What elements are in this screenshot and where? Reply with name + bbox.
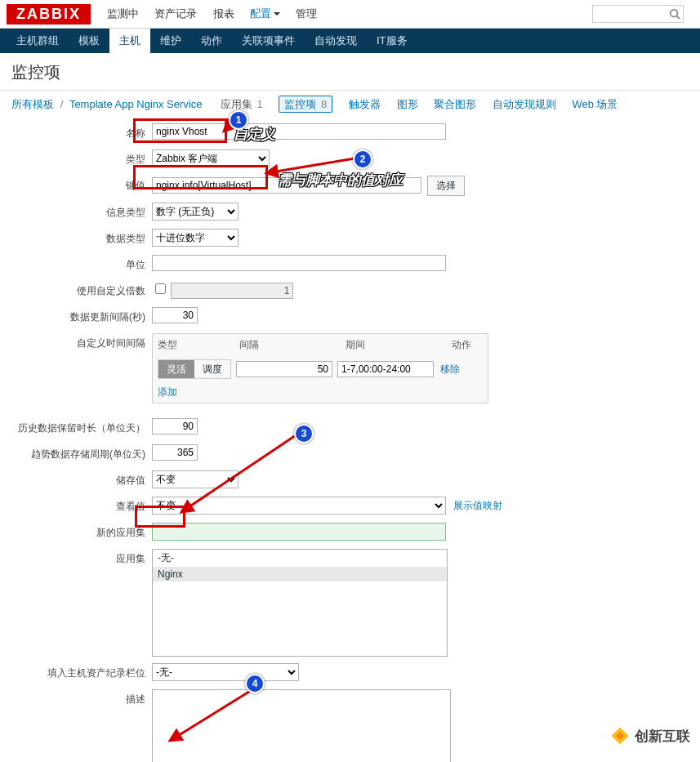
top-nav: 监测中 资产记录 报表 配置 管理 xyxy=(100,7,323,21)
nav-configuration[interactable]: 配置 xyxy=(250,7,280,20)
interval-period-input[interactable] xyxy=(337,361,434,377)
interval-type-toggle[interactable]: 灵活 调度 xyxy=(158,359,231,379)
subnav-templates[interactable]: 模板 xyxy=(69,29,109,53)
unit-input[interactable] xyxy=(152,255,446,271)
label-key: 键值 xyxy=(16,176,152,193)
label-apps: 应用集 xyxy=(16,549,152,566)
tab-items[interactable]: 监控项 8 xyxy=(279,96,332,113)
app-option-nginx[interactable]: Nginx xyxy=(153,567,447,582)
label-use-mult: 使用自定义倍数 xyxy=(16,281,152,298)
label-data-type: 数据类型 xyxy=(16,229,152,246)
interval-add-link[interactable]: 添加 xyxy=(158,386,177,398)
interval-head-period: 期间 xyxy=(346,334,452,356)
top-bar: ZABBIX 监测中 资产记录 报表 配置 管理 xyxy=(0,0,700,29)
label-custom-interval: 自定义时间间隔 xyxy=(16,333,152,350)
data-type-select[interactable]: 十进位数字 xyxy=(152,229,239,247)
tab-triggers[interactable]: 触发器 xyxy=(349,98,381,110)
interval-head-interval: 间隔 xyxy=(239,334,346,356)
sub-nav: 主机群组 模板 主机 维护 动作 关联项事件 自动发现 IT服务 xyxy=(0,29,700,53)
tab-graphs[interactable]: 图形 xyxy=(397,98,418,110)
subnav-discovery[interactable]: 自动发现 xyxy=(305,29,367,53)
interval-head-action: 动作 xyxy=(452,334,484,356)
nav-reports[interactable]: 报表 xyxy=(213,7,234,20)
label-update: 数据更新间隔(秒) xyxy=(16,307,152,324)
tab-web[interactable]: Web 场景 xyxy=(572,98,618,110)
item-form: 名称 类型 Zabbix 客户端 键值 选择 信息类型 数字 (无正负) 数据类… xyxy=(0,123,700,762)
watermark-icon xyxy=(609,724,631,747)
tab-applications[interactable]: 应用集 1 xyxy=(221,98,263,110)
nav-inventory[interactable]: 资产记录 xyxy=(154,7,197,20)
mult-value-input xyxy=(171,283,293,299)
nav-admin[interactable]: 管理 xyxy=(296,7,317,20)
logo: ZABBIX xyxy=(7,4,91,25)
subnav-maintenance[interactable]: 维护 xyxy=(150,29,191,53)
history-input[interactable] xyxy=(152,418,198,434)
breadcrumb: 所有模板 / Template App Nginx Service 应用集 1 … xyxy=(0,90,700,123)
update-interval-input[interactable] xyxy=(152,307,198,323)
info-type-select[interactable]: 数字 (无正负) xyxy=(152,203,239,221)
viewval-select[interactable]: 不变 xyxy=(152,497,446,515)
custom-interval-box: 类型 间隔 期间 动作 灵活 调度 移除 添加 xyxy=(152,333,488,403)
label-history: 历史数据保留时长（单位天） xyxy=(16,418,152,435)
toggle-scheduling[interactable]: 调度 xyxy=(194,360,230,378)
page-title: 监控项 xyxy=(11,61,700,83)
description-textarea[interactable] xyxy=(152,689,451,762)
label-unit: 单位 xyxy=(16,255,152,272)
watermark: 创新互联 xyxy=(609,724,690,747)
type-select[interactable]: Zabbix 客户端 xyxy=(152,149,270,167)
tab-screens[interactable]: 聚合图形 xyxy=(434,98,476,110)
toggle-flexible[interactable]: 灵活 xyxy=(158,360,194,378)
trend-input[interactable] xyxy=(152,444,198,461)
app-option-none[interactable]: -无- xyxy=(153,550,447,567)
store-select[interactable]: 不变 xyxy=(152,470,239,488)
watermark-text: 创新互联 xyxy=(635,727,690,746)
crumb-sep: / xyxy=(60,98,64,110)
applications-listbox[interactable]: -无- Nginx xyxy=(152,549,448,657)
label-store: 储存值 xyxy=(16,470,152,488)
subnav-itservices[interactable]: IT服务 xyxy=(367,29,417,53)
label-desc: 描述 xyxy=(16,689,152,706)
key-input[interactable] xyxy=(152,177,421,194)
interval-head-type: 类型 xyxy=(153,334,239,356)
label-name: 名称 xyxy=(16,123,152,140)
name-input[interactable] xyxy=(152,123,446,140)
subnav-actions[interactable]: 动作 xyxy=(191,29,232,53)
svg-point-0 xyxy=(671,10,678,17)
label-type: 类型 xyxy=(16,149,152,167)
label-viewval: 查看值 xyxy=(16,497,152,514)
show-value-map-link[interactable]: 展示值映射 xyxy=(453,500,502,511)
search-box[interactable] xyxy=(592,5,684,23)
interval-remove-link[interactable]: 移除 xyxy=(440,363,460,377)
crumb-template[interactable]: Template App Nginx Service xyxy=(69,98,203,110)
label-info-type: 信息类型 xyxy=(16,203,152,220)
select-key-button[interactable]: 选择 xyxy=(427,176,465,196)
interval-value-input[interactable] xyxy=(236,361,332,377)
search-icon xyxy=(669,8,680,20)
nav-monitoring[interactable]: 监测中 xyxy=(107,7,139,20)
new-application-input[interactable] xyxy=(152,523,446,541)
svg-line-1 xyxy=(677,16,680,20)
subnav-correlation[interactable]: 关联项事件 xyxy=(232,29,305,53)
tab-discovery-rules[interactable]: 自动发现规则 xyxy=(493,98,556,110)
crumb-all-templates[interactable]: 所有模板 xyxy=(11,98,54,110)
subnav-hostgroups[interactable]: 主机群组 xyxy=(7,29,69,53)
label-trend: 趋势数据存储周期(单位天) xyxy=(16,444,152,461)
subnav-hosts[interactable]: 主机 xyxy=(109,29,150,53)
label-inventory: 填入主机资产纪录栏位 xyxy=(16,663,152,680)
inventory-select[interactable]: -无- xyxy=(152,663,299,681)
label-newapp: 新的应用集 xyxy=(16,523,152,540)
use-mult-checkbox[interactable] xyxy=(155,283,166,294)
